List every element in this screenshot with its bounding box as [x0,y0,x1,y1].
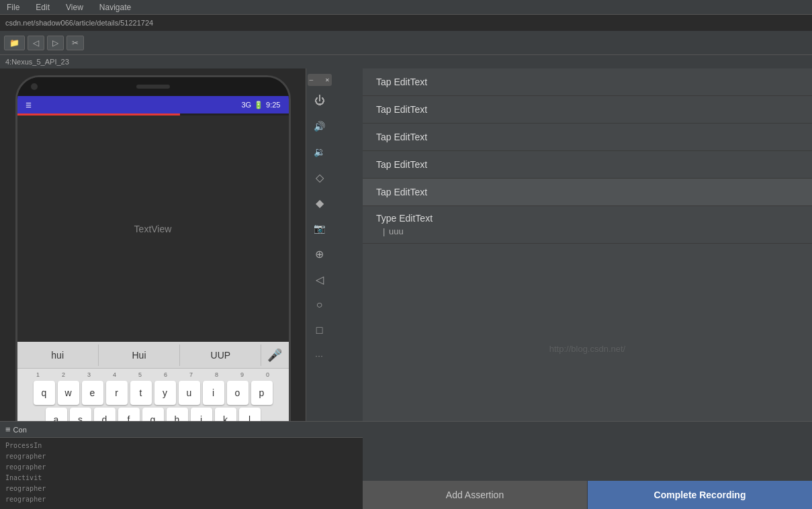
key-k[interactable]: k [215,408,236,421]
key-j[interactable]: j [191,408,212,421]
console-panel: ≡ Con ProcessIn reographer reographer In… [0,422,363,509]
url-text: csdn.net/shadow066/article/details/51221… [5,19,153,27]
key-w[interactable]: w [58,381,79,405]
console-line-2: reographer [5,451,357,462]
menu-bar: File Edit View Navigate [0,0,812,15]
main-content: ☰ 3G 🔋 9:25 TextView [0,68,812,421]
toolbar-back-btn[interactable]: ◁ [28,36,44,50]
step-5[interactable]: Tap EditText [363,179,812,206]
key-g[interactable]: g [142,408,164,421]
num-hint-3: 3 [79,371,100,378]
phone-status-icon: ☰ [26,101,32,109]
key-e[interactable]: e [82,381,103,405]
key-f[interactable]: f [118,408,140,421]
step-4[interactable]: Tap EditText [363,151,812,179]
keyboard-mic-icon[interactable]: 🎤 [261,348,288,363]
phone-status-right: 3G 🔋 9:25 [241,101,280,109]
phone-status-bar: ☰ 3G 🔋 9:25 [17,96,289,113]
key-s[interactable]: s [70,408,91,421]
step-4-label: Tap EditText [376,159,427,170]
suggestion-2[interactable]: Hui [99,344,180,366]
key-d[interactable]: d [94,408,116,421]
console-header: ≡ Con [0,422,363,438]
left-panel: ☰ 3G 🔋 9:25 TextView [0,68,363,421]
keyboard-row-1: q w e r t y u i o p [20,381,286,405]
phone-textview-label: TextView [134,224,172,234]
step-3[interactable]: Tap EditText [363,124,812,151]
num-hint-9: 9 [232,371,253,378]
key-q[interactable]: q [34,381,55,405]
num-hint-1: 1 [28,371,49,378]
add-assertion-button[interactable]: Add Assertion [363,481,588,509]
key-t[interactable]: t [130,381,152,405]
num-hint-5: 5 [130,371,151,378]
console-line-1: ProcessIn [5,441,357,451]
menu-navigate[interactable]: Navigate [95,1,135,13]
home-btn[interactable]: ○ [309,294,330,316]
key-o[interactable]: o [227,381,249,405]
console-icon: ≡ [5,424,11,434]
phone: ☰ 3G 🔋 9:25 TextView [15,75,291,421]
complete-recording-button[interactable]: Complete Recording [588,481,812,509]
url-bar: csdn.net/shadow066/article/details/51221… [0,15,812,31]
num-hint-7: 7 [181,371,202,378]
keyboard-suggestions-bar: hui Hui UUP 🎤 [17,342,289,369]
toolbar-forward-btn[interactable]: ▷ [47,36,64,50]
toolbar-folder-btn[interactable]: 📁 [4,36,25,50]
step-3-label: Tap EditText [376,132,427,142]
step-6[interactable]: Type EditText | uuu [363,206,812,244]
back-btn[interactable]: ◁ [309,269,330,290]
sidebar-icons-panel: ─✕ ⏻ 🔊 🔉 ◇ ◆ 📷 ⊕ ◁ ○ □ ··· [306,68,332,421]
key-p[interactable]: p [251,381,273,405]
more-btn[interactable]: ··· [309,345,330,367]
keyboard-number-hints: 1 2 3 4 5 6 7 8 9 0 [20,371,286,378]
menu-edit[interactable]: Edit [32,1,54,13]
zoom-btn[interactable]: ⊕ [309,243,330,265]
key-r[interactable]: r [106,381,128,405]
step-1-label: Tap EditText [376,77,427,87]
phone-keyboard[interactable]: hui Hui UUP 🎤 1 2 3 4 5 6 [17,342,289,421]
rotate-btn[interactable]: ◇ [309,167,330,188]
key-a[interactable]: a [46,408,67,421]
bottom-buttons: Add Assertion Complete Recording [363,481,812,509]
suggestion-1[interactable]: hui [17,344,99,366]
keyboard-rows: 1 2 3 4 5 6 7 8 9 0 [17,369,289,421]
key-i[interactable]: i [203,381,224,405]
phone-container: ☰ 3G 🔋 9:25 TextView [0,68,306,421]
phone-signal: 3G [241,101,251,109]
rotate2-btn[interactable]: ◆ [309,192,330,214]
volume-up-btn[interactable]: 🔊 [309,115,330,137]
toolbar: 📁 ◁ ▷ ✂ [0,31,812,55]
step-2[interactable]: Tap EditText [363,96,812,124]
device-label-bar: 4:Nexus_5_API_23 [0,55,812,68]
key-h[interactable]: h [167,408,188,421]
mini-win-header: ─✕ [308,74,332,86]
right-bottom: Add Assertion Complete Recording [363,422,812,509]
device-label-text: 4:Nexus_5_API_23 [5,58,69,66]
phone-battery-icon: 🔋 [254,101,263,109]
step-6-type-value: | uuu [376,226,799,236]
console-line-3: reographer [5,462,357,473]
bottom-area: ≡ Con ProcessIn reographer reographer In… [0,421,812,509]
phone-content-area[interactable]: TextView [17,115,289,342]
step-1[interactable]: Tap EditText [363,68,812,96]
key-l[interactable]: l [239,408,261,421]
toolbar-scissors-btn[interactable]: ✂ [66,36,84,50]
volume-down-btn[interactable]: 🔉 [309,141,330,163]
key-y[interactable]: y [154,381,176,405]
console-line-5: reographer [5,483,357,494]
num-hint-2: 2 [53,371,75,378]
power-icon-btn[interactable]: ⏻ [309,90,330,111]
camera-btn[interactable]: 📷 [309,218,330,239]
phone-speaker [136,85,170,89]
key-u[interactable]: u [179,381,200,405]
menu-file[interactable]: File [3,1,24,13]
recents-btn[interactable]: □ [309,320,330,341]
console-log: ProcessIn reographer reographer Inactivi… [0,438,363,508]
phone-camera [31,83,38,90]
num-hint-4: 4 [104,371,126,378]
suggestion-3[interactable]: UUP [180,344,261,366]
right-panel: Tap EditText Tap EditText Tap EditText T… [363,68,812,421]
phone-top-bar [17,77,289,96]
menu-view[interactable]: View [62,1,87,13]
